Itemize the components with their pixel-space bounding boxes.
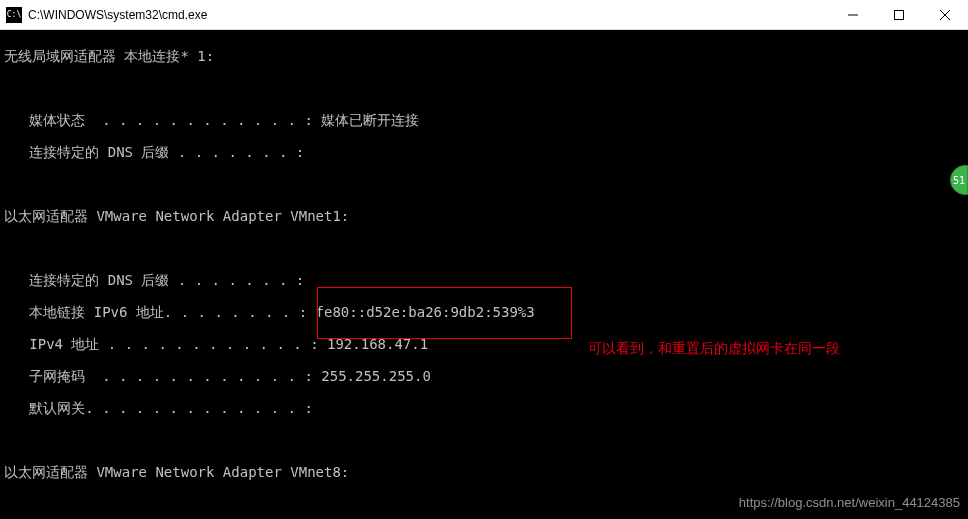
minimize-icon bbox=[848, 10, 858, 20]
output-line: 连接特定的 DNS 后缀 . . . . . . . : bbox=[4, 272, 964, 288]
output-line: 本地链接 IPv6 地址. . . . . . . . : fe80::d52e… bbox=[4, 304, 964, 320]
close-button[interactable] bbox=[922, 0, 968, 30]
maximize-button[interactable] bbox=[876, 0, 922, 30]
window-title: C:\WINDOWS\system32\cmd.exe bbox=[28, 8, 830, 22]
output-line: 子网掩码 . . . . . . . . . . . . : 255.255.2… bbox=[4, 368, 964, 384]
cmd-icon: C:\ bbox=[6, 7, 22, 23]
terminal-output[interactable]: 无线局域网适配器 本地连接* 1: 媒体状态 . . . . . . . . .… bbox=[0, 30, 968, 519]
maximize-icon bbox=[894, 10, 904, 20]
adapter-header: 无线局域网适配器 本地连接* 1: bbox=[4, 48, 964, 64]
close-icon bbox=[940, 10, 950, 20]
watermark: https://blog.csdn.net/weixin_44124385 bbox=[739, 495, 960, 511]
svg-rect-1 bbox=[895, 10, 904, 19]
output-line: 连接特定的 DNS 后缀 . . . . . . . : bbox=[4, 144, 964, 160]
window-controls bbox=[830, 0, 968, 30]
output-line: 媒体状态 . . . . . . . . . . . . : 媒体已断开连接 bbox=[4, 112, 964, 128]
cmd-icon-label: C:\ bbox=[7, 10, 21, 19]
annotation-text: 可以看到，和重置后的虚拟网卡在同一段 bbox=[588, 340, 840, 356]
adapter-header: 以太网适配器 VMware Network Adapter VMnet8: bbox=[4, 464, 964, 480]
adapter-header: 以太网适配器 VMware Network Adapter VMnet1: bbox=[4, 208, 964, 224]
titlebar[interactable]: C:\ C:\WINDOWS\system32\cmd.exe bbox=[0, 0, 968, 30]
cmd-window: C:\ C:\WINDOWS\system32\cmd.exe 无线局域网适配器… bbox=[0, 0, 968, 519]
output-line: 默认网关. . . . . . . . . . . . . : bbox=[4, 400, 964, 416]
minimize-button[interactable] bbox=[830, 0, 876, 30]
